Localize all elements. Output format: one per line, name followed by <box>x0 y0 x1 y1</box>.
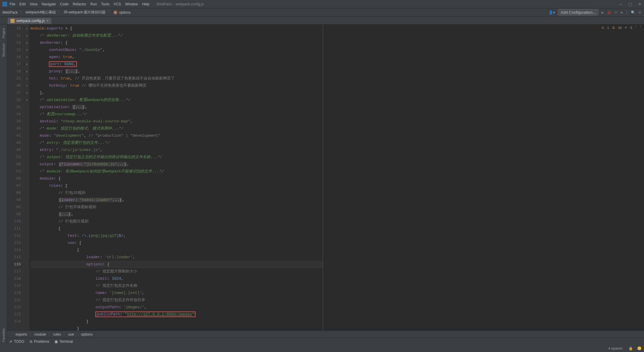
caret-position[interactable]: 116:34 <box>585 346 600 351</box>
fold-toggle[interactable]: ⊟ <box>24 96 29 104</box>
menu-tools[interactable]: Tools <box>101 2 109 6</box>
fold-toggle[interactable]: ⊞ <box>24 68 29 75</box>
menu-vcs[interactable]: VCS <box>114 2 121 6</box>
breadcrumb-sep: 〉 <box>58 10 61 15</box>
user-icon[interactable]: 👤▾ <box>549 10 555 15</box>
left-tool-rail: Project Structure Favorites <box>0 24 7 345</box>
stop-icon[interactable]: ■ <box>620 10 623 15</box>
tool-problems[interactable]: ⊘Problems <box>30 339 49 344</box>
fold-toggle[interactable]: ⊟ <box>24 89 29 96</box>
bc-rules[interactable]: rules <box>53 332 61 337</box>
run-coverage-icon[interactable]: ⟳ <box>614 10 617 15</box>
editor-pane[interactable]: 1011141516171825262728313439404546495360… <box>7 24 323 331</box>
divider: │ <box>626 10 628 15</box>
bc-module[interactable]: module <box>34 332 46 337</box>
fold-toggle[interactable]: ⊟ <box>24 32 29 39</box>
line-number-gutter: 1011141516171825262728313439404546495360… <box>7 24 24 331</box>
menu-navigate[interactable]: Navigate <box>42 2 56 6</box>
fold-toggle[interactable]: ⊟ <box>24 25 29 32</box>
indent-info[interactable]: 4 spaces <box>606 346 624 351</box>
rail-project[interactable]: Project <box>2 28 5 38</box>
fold-toggle[interactable]: ⊞ <box>24 61 29 68</box>
fold-toggle[interactable]: ⊟ <box>24 54 29 61</box>
debug-icon[interactable]: 🐞 <box>607 10 612 15</box>
menu-bar: File Edit View Navigate Code Refactor Ru… <box>10 2 149 6</box>
terminal-icon: ▣ <box>55 339 58 344</box>
tool-terminal[interactable]: ▣Terminal <box>55 339 73 344</box>
breadcrumb-sep: 〉 <box>108 10 111 15</box>
lock-icon[interactable]: 🔒 <box>629 346 633 351</box>
menu-window[interactable]: Window <box>125 2 138 6</box>
js-file-icon <box>10 19 15 23</box>
settings-icon[interactable]: ⚙ <box>638 10 642 15</box>
problems-icon: ⊘ <box>30 339 32 344</box>
secondary-pane: ⚠1 ⚠18 ✔8 ˄ ˅ <box>323 24 644 331</box>
breadcrumb-badge: O <box>113 10 117 15</box>
title-bar: File Edit View Navigate Code Refactor Ru… <box>0 0 644 8</box>
inspection-down-icon[interactable]: ˅ <box>640 26 642 29</box>
editor-breadcrumb: exports〉 module〉 rules〉 use〉 options <box>7 331 644 338</box>
error-count: 1 <box>607 26 609 29</box>
typo-icon: ✔ <box>625 26 627 29</box>
inspection-up-icon[interactable]: ˄ <box>635 26 637 29</box>
error-icon: ⚠ <box>601 26 604 29</box>
fold-gutter: ⊟⊟⊞⊟⊟⊞⊞⊟⊟⊟⊟ <box>24 24 29 331</box>
app-icon <box>2 2 7 7</box>
toolbar-right: 👤▾ Add Configuration... ▶ 🐞 ⟳ ■ │ 🔍 ⚙ <box>549 9 642 15</box>
minimize-button[interactable]: ─ <box>619 2 622 7</box>
tool-window-toggle-icon[interactable]: ◫ <box>2 347 6 351</box>
maximize-button[interactable]: ▢ <box>628 2 632 7</box>
todo-icon: ✔ <box>10 339 13 344</box>
menu-refactor[interactable]: Refactor <box>73 2 86 6</box>
breadcrumb-folder2[interactable]: 35-webpack-图片路径问题 <box>63 10 105 15</box>
fold-toggle[interactable]: ⊞ <box>24 39 29 46</box>
main-area: Project Structure Favorites 101114151617… <box>0 24 644 345</box>
close-button[interactable]: ✕ <box>638 2 642 7</box>
typo-count: 8 <box>630 26 632 29</box>
editor-split: 1011141516171825262728313439404546495360… <box>7 24 644 331</box>
editor-wrapper: 1011141516171825262728313439404546495360… <box>7 24 644 345</box>
tab-close-icon[interactable]: × <box>46 19 49 23</box>
rail-favorites[interactable]: Favorites <box>2 328 5 342</box>
fold-toggle[interactable]: ⊟ <box>24 75 29 82</box>
breadcrumb-project[interactable]: WebPack <box>2 10 18 15</box>
fold-toggle[interactable]: ⊟ <box>24 82 29 89</box>
window-title: WebPack – webpack.config.js <box>156 2 204 6</box>
inspect-icon[interactable]: 🙂 <box>637 346 642 351</box>
breadcrumb-bar: WebPack 〉 webpack4核心基础 〉 35-webpack-图片路径… <box>0 8 644 17</box>
bc-use[interactable]: use <box>68 332 74 337</box>
breadcrumb-folder1[interactable]: webpack4核心基础 <box>25 10 56 15</box>
menu-edit[interactable]: Edit <box>19 2 26 6</box>
tool-window-bar: ✔TODO ⊘Problems ▣Terminal <box>7 338 644 345</box>
bc-exports[interactable]: exports <box>15 332 27 337</box>
file-tab-webpack-config[interactable]: webpack.config.js × <box>7 17 52 24</box>
breadcrumb-sep: 〉 <box>20 10 23 15</box>
menu-help[interactable]: Help <box>142 2 150 6</box>
inspection-widget[interactable]: ⚠1 ⚠18 ✔8 ˄ ˅ <box>601 26 642 29</box>
status-bar: ◫ ☰ Event Log <box>0 345 644 352</box>
bc-options[interactable]: options <box>81 332 93 337</box>
warning-icon: ⚠ <box>612 26 615 29</box>
breadcrumb-final[interactable]: options <box>119 10 131 15</box>
menu-file[interactable]: File <box>10 2 15 6</box>
rail-structure[interactable]: Structure <box>2 43 5 57</box>
tool-todo[interactable]: ✔TODO <box>10 339 24 344</box>
search-icon[interactable]: 🔍 <box>631 10 635 15</box>
fold-toggle[interactable]: ⊟ <box>24 46 29 54</box>
code-area[interactable]: module.exports = { /* devServer: 自动检测文件变… <box>29 24 323 331</box>
add-configuration-button[interactable]: Add Configuration... <box>558 9 598 15</box>
menu-view[interactable]: View <box>30 2 38 6</box>
tab-bar: webpack.config.js × <box>0 17 644 24</box>
run-icon[interactable]: ▶ <box>601 10 604 15</box>
warning-count: 18 <box>618 26 622 29</box>
file-tab-label: webpack.config.js <box>16 19 45 23</box>
window-controls: ─ ▢ ✕ <box>619 2 642 7</box>
menu-code[interactable]: Code <box>60 2 69 6</box>
menu-run[interactable]: Run <box>90 2 97 6</box>
